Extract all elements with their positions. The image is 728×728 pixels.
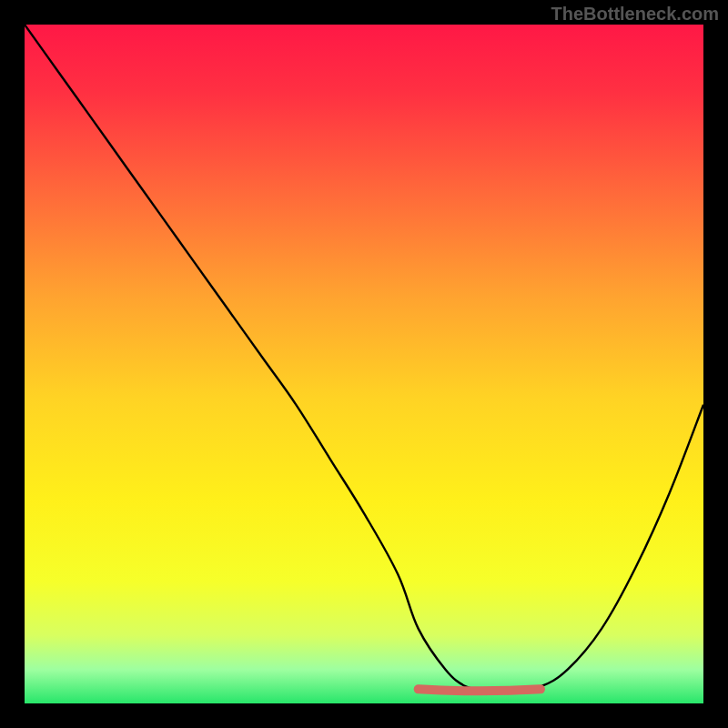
plot-background bbox=[25, 25, 703, 703]
chart-svg bbox=[25, 25, 703, 703]
flat-highlight bbox=[419, 689, 541, 691]
watermark-text: TheBottleneck.com bbox=[551, 4, 719, 25]
chart-frame: TheBottleneck.com bbox=[0, 0, 728, 728]
